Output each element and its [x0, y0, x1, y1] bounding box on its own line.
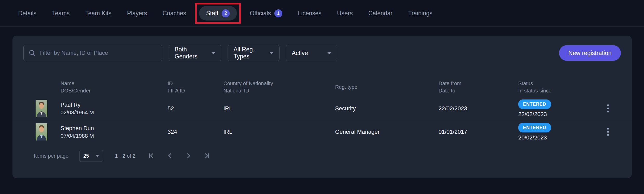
header-status: Status In status since: [518, 80, 595, 94]
gender-filter-value: Both Genders: [175, 46, 207, 60]
tab-licenses[interactable]: Licenses: [298, 10, 322, 17]
date-from-cell: 22/02/2023: [439, 105, 518, 112]
tab-officials[interactable]: Officials 1: [250, 9, 282, 17]
row-actions-menu-icon[interactable]: [605, 126, 611, 138]
staff-name: Stephen Dun: [61, 125, 168, 132]
previous-page-icon[interactable]: [166, 152, 174, 159]
country-cell: IRL: [223, 105, 335, 112]
chevron-down-icon: [327, 52, 331, 54]
name-cell: Paul Ry 02/03/1964 M: [61, 102, 168, 116]
tab-players[interactable]: Players: [127, 10, 147, 17]
header-reg-type: Reg. type: [335, 83, 439, 91]
staff-dob-gender: 07/04/1988 M: [61, 133, 168, 139]
status-cell: ENTERED 22/02/2023: [518, 99, 595, 118]
red-annotation-box: Staff 2: [195, 3, 241, 24]
gender-filter-dropdown[interactable]: Both Genders: [169, 45, 221, 61]
status-filter-dropdown[interactable]: Active: [286, 45, 337, 61]
filter-toolbar: Both Genders All Reg. Types Active New r…: [12, 45, 632, 61]
pagination-bar: Items per page 25 1 - 2 of 2: [12, 150, 632, 162]
reg-type-filter-value: All Reg. Types: [234, 46, 265, 60]
new-registration-button[interactable]: New registration: [559, 45, 621, 61]
staff-photo: [36, 100, 47, 117]
id-cell: 52: [168, 105, 223, 112]
pager-controls: [148, 152, 210, 159]
status-badge: ENTERED: [518, 123, 551, 132]
tab-calendar[interactable]: Calendar: [368, 10, 393, 17]
chevron-down-icon: [211, 52, 215, 54]
row-actions-menu-icon[interactable]: [605, 102, 611, 115]
table-row[interactable]: Paul Ry 02/03/1964 M 52 IRL Security 22/…: [12, 97, 632, 120]
search-input[interactable]: [39, 50, 157, 56]
staff-list-card: Both Genders All Reg. Types Active New r…: [12, 36, 632, 178]
name-cell: Stephen Dun 07/04/1988 M: [61, 125, 168, 139]
status-filter-value: Active: [292, 50, 308, 57]
tab-team-kits[interactable]: Team Kits: [85, 10, 111, 17]
next-page-icon[interactable]: [185, 152, 192, 159]
reg-type-cell: General Manager: [335, 129, 439, 135]
header-name: Name DOB/Gender: [61, 80, 168, 94]
tab-details[interactable]: Details: [18, 10, 36, 17]
tab-staff[interactable]: Staff 2: [199, 6, 237, 21]
items-per-page-label: Items per page: [34, 153, 68, 159]
chevron-down-icon: [269, 52, 274, 54]
tab-trainings[interactable]: Trainings: [408, 10, 433, 17]
chevron-down-icon: [96, 155, 99, 157]
tab-teams[interactable]: Teams: [52, 10, 70, 17]
first-page-icon[interactable]: [148, 152, 155, 159]
officials-count-badge: 1: [274, 9, 282, 17]
in-status-since: 22/02/2023: [518, 111, 595, 118]
pagination-range: 1 - 2 of 2: [115, 153, 135, 159]
reg-type-cell: Security: [335, 105, 439, 112]
status-cell: ENTERED 20/02/2023: [518, 123, 595, 141]
in-status-since: 20/02/2023: [518, 134, 595, 141]
table-header-row: Name DOB/Gender ID FIFA ID Country of Na…: [12, 77, 632, 97]
table-row[interactable]: Stephen Dun 07/04/1988 M 324 IRL General…: [12, 120, 632, 143]
items-per-page-dropdown[interactable]: 25: [79, 150, 103, 162]
tab-officials-label: Officials: [250, 10, 271, 17]
search-filter: [23, 45, 162, 61]
tab-coaches[interactable]: Coaches: [163, 10, 186, 17]
staff-dob-gender: 02/03/1964 M: [61, 109, 168, 116]
header-country: Country of Nationality National ID: [223, 80, 335, 94]
last-page-icon[interactable]: [203, 152, 210, 159]
header-id: ID FIFA ID: [168, 80, 223, 94]
staff-name: Paul Ry: [61, 102, 168, 108]
tab-staff-label: Staff: [206, 10, 218, 17]
search-icon: [29, 50, 36, 56]
photo-cell: [23, 100, 61, 117]
date-from-cell: 01/01/2017: [439, 129, 518, 135]
header-dates: Date from Date to: [439, 80, 518, 94]
top-navigation: Details Teams Team Kits Players Coaches …: [0, 0, 644, 27]
items-per-page-value: 25: [83, 153, 89, 159]
tab-users[interactable]: Users: [337, 10, 353, 17]
photo-cell: [23, 123, 61, 141]
id-cell: 324: [168, 129, 223, 135]
country-cell: IRL: [223, 129, 335, 135]
status-badge: ENTERED: [518, 99, 551, 109]
staff-photo: [36, 123, 47, 141]
staff-count-badge: 2: [222, 9, 230, 17]
reg-type-filter-dropdown[interactable]: All Reg. Types: [228, 45, 280, 61]
